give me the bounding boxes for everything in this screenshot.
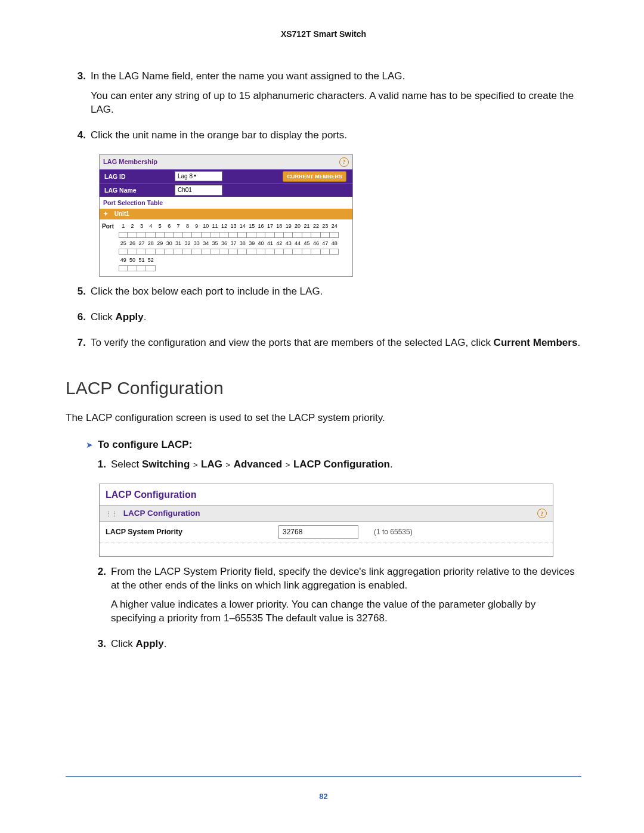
port-checkbox[interactable] — [219, 249, 228, 255]
help-icon[interactable]: ? — [339, 157, 349, 167]
current-members-button[interactable]: CURRENT MEMBERS — [283, 171, 346, 182]
port-number: 24 — [330, 222, 339, 230]
port-checkbox[interactable] — [210, 249, 219, 255]
port-checkbox[interactable] — [146, 232, 155, 238]
port-number: 46 — [311, 240, 320, 247]
port-checkbox[interactable] — [247, 249, 256, 255]
port-checkbox[interactable] — [202, 232, 210, 238]
port-checkbox[interactable] — [128, 265, 137, 271]
port-checkbox[interactable] — [265, 249, 274, 255]
port-checkbox[interactable] — [238, 249, 247, 255]
port-checkbox[interactable] — [284, 232, 293, 238]
port-checkbox[interactable] — [219, 232, 228, 238]
lacp-config-screenshot: LACP Configuration ⋮⋮ LACP Configuration… — [99, 484, 553, 557]
port-checkbox[interactable] — [284, 249, 293, 255]
port-checkbox[interactable] — [265, 232, 274, 238]
port-checkbox[interactable] — [302, 249, 311, 255]
port-checkbox[interactable] — [183, 249, 192, 255]
port-checkbox[interactable] — [137, 265, 146, 271]
port-checkbox[interactable] — [156, 232, 165, 238]
port-number: 27 — [137, 240, 146, 247]
port-checkbox[interactable] — [192, 232, 201, 238]
port-checkbox[interactable] — [256, 232, 265, 238]
lag-name-input[interactable]: Ch01 — [175, 185, 222, 196]
step-number: 3. — [66, 70, 91, 123]
port-checkbox[interactable] — [146, 265, 155, 271]
step-number: 5. — [66, 285, 91, 305]
port-checkbox[interactable] — [330, 249, 339, 255]
port-checkbox[interactable] — [311, 232, 320, 238]
port-checkbox[interactable] — [137, 232, 146, 238]
section-heading: LACP Configuration — [66, 376, 581, 401]
port-checkbox[interactable] — [229, 249, 238, 255]
port-checkbox[interactable] — [146, 249, 155, 255]
port-selection-title: Port Selection Table — [100, 197, 352, 209]
port-checkbox[interactable] — [137, 249, 146, 255]
lacp-priority-input[interactable]: 32768 — [278, 525, 358, 538]
footer-rule — [66, 776, 581, 777]
port-checkbox[interactable] — [156, 249, 165, 255]
port-checkbox[interactable] — [202, 249, 210, 255]
lag-name-label: LAG Name — [100, 184, 175, 197]
port-number: 25 — [119, 240, 128, 247]
lag-panel-title: LAG Membership — [103, 157, 157, 166]
drag-handle-icon: ⋮⋮ — [106, 510, 117, 517]
port-checkbox[interactable] — [256, 249, 265, 255]
doc-header: XS712T Smart Switch — [66, 29, 581, 40]
port-checkbox[interactable] — [192, 249, 201, 255]
step-number: 2. — [86, 565, 111, 632]
unit-label: Unit1 — [114, 210, 129, 217]
port-number: 33 — [192, 240, 201, 247]
port-checkbox[interactable] — [238, 232, 247, 238]
port-number: 16 — [256, 222, 265, 230]
port-checkbox[interactable] — [311, 249, 320, 255]
port-checkbox[interactable] — [165, 232, 174, 238]
port-number: 11 — [210, 222, 219, 230]
port-checkbox[interactable] — [330, 232, 339, 238]
port-checkbox[interactable] — [119, 249, 128, 255]
port-checkbox[interactable] — [293, 249, 302, 255]
port-number: 31 — [174, 240, 182, 247]
port-number: 8 — [183, 222, 192, 230]
proc-heading: To configure LACP: — [98, 438, 192, 452]
port-checkbox[interactable] — [275, 232, 284, 238]
port-number: 37 — [229, 240, 238, 247]
lacp-priority-hint: (1 to 65535) — [368, 527, 413, 537]
port-checkbox[interactable] — [174, 249, 182, 255]
lag-membership-screenshot: LAG Membership ? LAG ID Lag 8 ▾ CURRENT … — [99, 154, 353, 277]
port-checkbox[interactable] — [165, 249, 174, 255]
port-checkbox[interactable] — [210, 232, 219, 238]
port-checkbox[interactable] — [293, 232, 302, 238]
port-checkbox[interactable] — [321, 232, 330, 238]
port-number: 18 — [275, 222, 284, 230]
port-checkbox[interactable] — [128, 232, 137, 238]
port-number: 43 — [284, 240, 293, 247]
port-checkbox[interactable] — [302, 232, 311, 238]
lag-id-select[interactable]: Lag 8 ▾ — [175, 171, 222, 182]
help-icon[interactable]: ? — [537, 509, 547, 518]
lag-id-value: Lag 8 — [178, 172, 193, 181]
port-checkbox[interactable] — [119, 232, 128, 238]
port-number: 14 — [238, 222, 247, 230]
port-number: 40 — [256, 240, 265, 247]
port-checkbox[interactable] — [174, 232, 182, 238]
port-checkbox[interactable] — [229, 232, 238, 238]
step-number: 3. — [86, 637, 111, 657]
port-checkbox[interactable] — [128, 249, 137, 255]
port-number: 30 — [165, 240, 174, 247]
port-number: 22 — [311, 222, 320, 230]
port-checkbox[interactable] — [183, 232, 192, 238]
lag-id-label: LAG ID — [100, 170, 175, 183]
port-number: 1 — [119, 222, 128, 230]
port-number: 5 — [156, 222, 165, 230]
port-checkbox[interactable] — [321, 249, 330, 255]
unit-row[interactable]: ✦ Unit1 — [100, 209, 352, 219]
port-number: 20 — [293, 222, 302, 230]
port-number: 39 — [247, 240, 256, 247]
step-body: Click Apply. — [91, 311, 581, 330]
port-checkbox[interactable] — [247, 232, 256, 238]
step-body: From the LACP System Priority field, spe… — [111, 565, 581, 632]
port-checkbox[interactable] — [119, 265, 128, 271]
port-number: 35 — [210, 240, 219, 247]
port-checkbox[interactable] — [275, 249, 284, 255]
